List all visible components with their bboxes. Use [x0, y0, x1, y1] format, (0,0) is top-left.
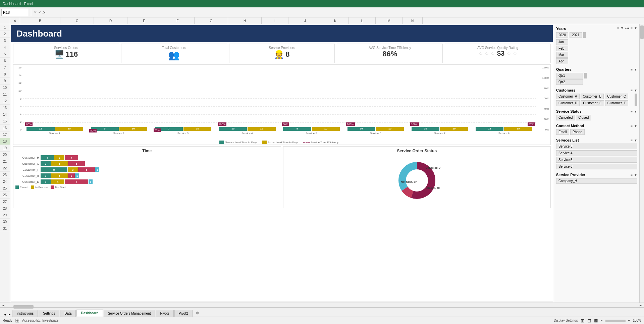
filter-year-2021[interactable]: 2021: [570, 32, 582, 38]
filter-qtr1[interactable]: Qtr1: [556, 73, 583, 78]
filter-customer-a[interactable]: Customer_A: [556, 94, 580, 99]
tab-settings[interactable]: Settings: [39, 310, 59, 317]
filter-customer-d[interactable]: Customer_D: [556, 100, 580, 106]
tab-instructions[interactable]: Instructions: [12, 310, 38, 317]
col-header-k[interactable]: K: [322, 17, 349, 24]
col-header-m[interactable]: M: [376, 17, 402, 24]
row-numbers: 1 2 3 4 5 6 7 8 9 10 11 12 13 14 15 16 1…: [0, 24, 10, 303]
pct-badge-s6: 100%: [346, 122, 355, 126]
filter-customers-filter-icon[interactable]: ▼: [634, 89, 637, 92]
scrollbar-thumb[interactable]: [640, 25, 644, 39]
filter-customer-b[interactable]: Customer_B: [581, 94, 604, 99]
confirm-icon[interactable]: ✓: [38, 10, 41, 14]
time-row-d: Customer_D 3 4 7 1: [15, 179, 279, 184]
kpi-quality-star3: ☆: [490, 50, 495, 57]
filter-qtr2[interactable]: Qtr2: [556, 79, 583, 85]
hscroll-right-arrow[interactable]: ▸: [637, 303, 644, 308]
accessibility-text[interactable]: Accessibility: Investigate: [22, 319, 58, 322]
year-scrollbar[interactable]: [583, 32, 586, 38]
filter-year-2020[interactable]: 2020: [556, 32, 568, 38]
filter-month-feb[interactable]: Feb: [556, 46, 568, 51]
filter-contact-email[interactable]: Email: [556, 129, 569, 135]
filter-month-mar[interactable]: Mar: [556, 52, 568, 58]
tab-pivots[interactable]: Pivots: [156, 310, 173, 317]
filter-years-sort-icon[interactable]: ≡: [617, 26, 619, 31]
time-legend-closed: Closed: [15, 185, 28, 189]
formula-input[interactable]: [47, 10, 643, 14]
filter-provider-company-h[interactable]: Company_H: [556, 178, 637, 184]
tab-dashboard[interactable]: Dashboard: [76, 310, 103, 317]
col-header-a[interactable]: A: [10, 17, 20, 24]
hscroll-thumb[interactable]: [13, 305, 34, 309]
customers-scrollbar[interactable]: [635, 94, 637, 106]
col-header-e[interactable]: E: [127, 17, 161, 24]
col-header-h[interactable]: H: [228, 17, 262, 24]
col-header-d[interactable]: D: [94, 17, 127, 24]
cancel-icon[interactable]: ✕: [34, 10, 37, 14]
cell-reference-box[interactable]: [1, 9, 28, 16]
col-header-f[interactable]: F: [161, 17, 195, 24]
filter-years-list-icon[interactable]: ≡: [631, 26, 633, 31]
filter-service-provider-filter-icon[interactable]: ▼: [634, 173, 637, 177]
display-settings-text[interactable]: Display Settings: [554, 319, 578, 322]
view-normal-icon[interactable]: ⊞: [581, 318, 585, 323]
filter-status-canceled[interactable]: Canceled: [556, 115, 575, 120]
tab-scroll-left[interactable]: ◂: [3, 312, 7, 317]
filter-years-more-icon[interactable]: •••: [625, 26, 630, 31]
filter-customer-c[interactable]: Customer_C: [605, 94, 628, 99]
excel-shell: Dashboard - Excel ✕ ✓ fx A B C D E F G H…: [0, 0, 644, 324]
filter-service-5[interactable]: Service 5: [556, 157, 637, 163]
col-header-i[interactable]: I: [262, 17, 288, 24]
filter-customer-e[interactable]: Customer_E: [581, 100, 604, 106]
filter-quarters-filter-icon[interactable]: ▼: [634, 68, 637, 71]
filter-contact-method-sort-icon[interactable]: ≡: [631, 124, 633, 128]
filter-service-4[interactable]: Service 4: [556, 150, 637, 156]
filter-contact-method-filter-icon[interactable]: ▼: [634, 124, 637, 128]
zoom-slider[interactable]: [605, 320, 626, 322]
col-header-n[interactable]: N: [402, 17, 423, 24]
tab-data[interactable]: Data: [60, 310, 76, 317]
kpi-quality-star1: ☆: [478, 50, 483, 57]
col-header-c[interactable]: C: [60, 17, 94, 24]
add-sheet-button[interactable]: ⊕: [193, 309, 202, 317]
filter-contact-phone[interactable]: Phone: [570, 129, 585, 135]
filter-service-provider-sort-icon[interactable]: ≡: [631, 173, 633, 177]
filter-services-list-filter-icon[interactable]: ▼: [634, 139, 637, 142]
filter-quarters-sort-icon[interactable]: ≡: [631, 68, 633, 71]
tab-pivot2[interactable]: Pivot2: [174, 310, 193, 317]
view-layout-icon[interactable]: ⊟: [587, 318, 591, 323]
filter-customers-sort-icon[interactable]: ≡: [631, 89, 633, 92]
filter-service-status-filter-icon[interactable]: ▼: [634, 110, 637, 113]
vertical-scrollbar[interactable]: [639, 24, 644, 303]
filter-years-filter-icon[interactable]: ▼: [621, 26, 624, 31]
col-header-b[interactable]: B: [20, 17, 60, 24]
filter-service-6[interactable]: Service 6: [556, 164, 637, 169]
row-23: 23: [0, 172, 10, 178]
tab-scroll-right[interactable]: ▸: [7, 312, 12, 317]
time-bars-f: 8 3 5 1: [41, 167, 99, 172]
view-page-break-icon[interactable]: ⊠: [594, 318, 598, 323]
filter-service-status-sort-icon[interactable]: ≡: [631, 110, 633, 113]
filter-status-closed[interactable]: Closed: [576, 115, 591, 120]
quarters-scrollbar[interactable]: [584, 73, 587, 78]
row-13: 13: [0, 105, 10, 111]
filter-customer-f[interactable]: Customer_F: [605, 100, 628, 106]
filter-month-jan[interactable]: Jan: [556, 39, 568, 45]
zoom-out-icon[interactable]: −: [601, 319, 603, 322]
function-icon[interactable]: fx: [43, 10, 46, 14]
filter-services-list-sort-icon[interactable]: ≡: [631, 139, 633, 142]
zoom-in-icon[interactable]: +: [628, 319, 630, 322]
time-bars-e: 3 5 2 1: [41, 173, 79, 178]
hscroll-left-arrow[interactable]: ◂: [0, 303, 7, 308]
row-24: 24: [0, 178, 10, 185]
col-header-g[interactable]: G: [195, 17, 228, 24]
tab-service-orders-management[interactable]: Service Orders Management: [104, 310, 155, 317]
col-header-j[interactable]: J: [288, 17, 322, 24]
filter-service-3[interactable]: Service 3: [556, 144, 637, 149]
col-header-l[interactable]: L: [349, 17, 376, 24]
time-bar-e-closed: 3: [41, 173, 51, 178]
filter-years-clear-icon[interactable]: ▼: [634, 26, 637, 31]
filter-month-apr[interactable]: Apr: [556, 58, 568, 64]
row-1: 1: [0, 24, 10, 31]
time-chart-legend: Closed In-Process Not Start: [15, 185, 279, 189]
